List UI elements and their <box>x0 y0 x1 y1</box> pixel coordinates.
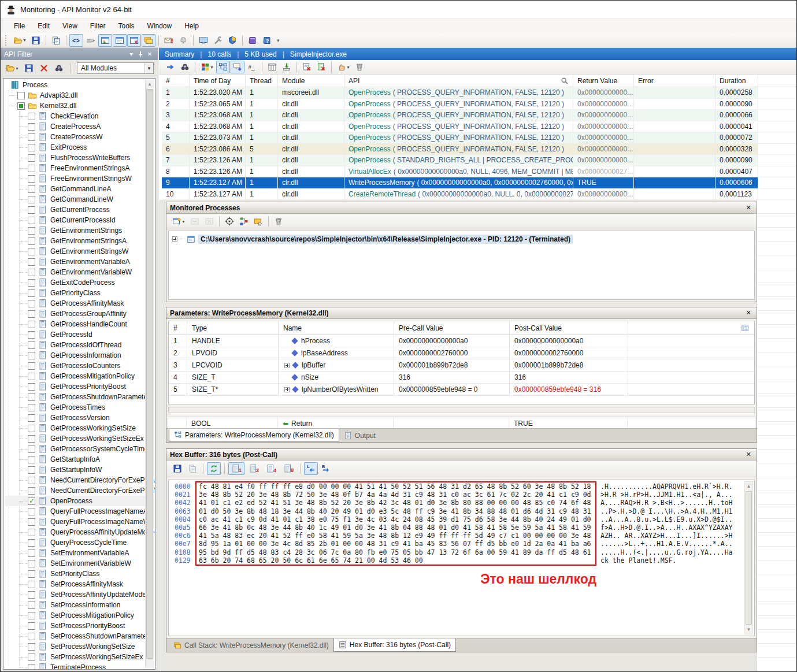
menu-view[interactable]: View <box>56 20 84 32</box>
checkbox-terminateprocess[interactable] <box>28 664 35 670</box>
col-header-num[interactable]: # <box>162 75 190 87</box>
copy-button[interactable] <box>49 34 63 47</box>
checkbox-needcurrentdirectoryforexepatha[interactable] <box>28 477 35 484</box>
checkbox-getprocesstimes[interactable] <box>28 404 35 411</box>
checkbox-getstartupinfoa[interactable] <box>28 456 35 463</box>
modules-filter-select[interactable]: All Modules ▼ <box>77 62 154 74</box>
col-header-time[interactable]: Time of Day <box>190 75 246 87</box>
call-row-8[interactable]: 81:52:23.126 AM1clr.dllVirtualAllocEx( 0… <box>162 166 796 178</box>
checkbox-queryprocesscycletime[interactable] <box>28 539 35 547</box>
attach-process-button[interactable] <box>84 34 98 47</box>
tree-item-getcurrentprocessid[interactable]: GetCurrentProcessId <box>5 215 145 225</box>
find-binoculars-button[interactable] <box>52 62 66 75</box>
refresh-button[interactable] <box>207 462 221 475</box>
checkbox-setprocessaffinityupdatemode[interactable] <box>28 591 35 599</box>
param-row-lpBaseAddress[interactable]: 2LPVOIDlpBaseAddress0x00000000027600000x… <box>169 347 754 359</box>
col-header-module[interactable]: Module <box>278 75 344 87</box>
checkbox-getprocessworkingsetsizeex[interactable] <box>28 435 35 443</box>
checkbox-setpriorityclass[interactable] <box>28 570 35 578</box>
summary-window-button[interactable] <box>113 34 127 47</box>
menu-edit[interactable]: Edit <box>31 20 56 32</box>
checkbox-getprocessorsystemcycletime[interactable] <box>28 445 35 453</box>
col-header-return[interactable]: Return Value <box>573 75 634 87</box>
param-row-lpBuffer[interactable]: 3LPCVOIDlpBuffer0x000001b899b72de80x0000… <box>169 359 754 372</box>
bytes-2-button[interactable]: 2 <box>246 462 262 475</box>
tree-item-setenvironmentvariablew[interactable]: SetEnvironmentVariableW <box>5 558 145 569</box>
tree-item-setpriorityclass[interactable]: SetPriorityClass <box>5 569 145 579</box>
bytes-4-button[interactable]: 4 <box>263 462 279 475</box>
checkbox-createprocessw[interactable] <box>28 133 35 141</box>
tree-item-createprocessw[interactable]: CreateProcessW <box>5 132 145 142</box>
param-row-lpNumberOfBytesWritten[interactable]: 5SIZE_T*lpNumberOfBytesWritten0x00000085… <box>169 384 754 396</box>
tree-item-queryfullprocessimagenamew[interactable]: QueryFullProcessImageNameW <box>5 517 145 527</box>
call-row-5[interactable]: 51:52:23.073 AM1clr.dllOpenProcess( PROC… <box>162 132 796 144</box>
menu-tools[interactable]: Tools <box>112 20 141 32</box>
checkbox-getprocessidofthread[interactable] <box>28 341 35 349</box>
call-row-9[interactable]: 91:52:23.127 AM1clr.dllWriteProcessMemor… <box>162 177 796 189</box>
tree-item-getprocessorsystemcycletime[interactable]: GetProcessorSystemCycleTime <box>5 444 145 454</box>
tree-item-getprocessid[interactable]: GetProcessId <box>5 329 145 340</box>
tree-item-getcurrentprocess[interactable]: GetCurrentProcess <box>5 205 145 215</box>
tree-item-getprocessidofthread[interactable]: GetProcessIdOfThread <box>5 340 145 350</box>
close-icon[interactable]: ✕ <box>744 309 753 318</box>
tree-item-checkelevation[interactable]: CheckElevation <box>5 111 145 121</box>
checkbox-getcommandlinea[interactable] <box>28 185 35 193</box>
checkbox-setprocessmitigationpolicy[interactable] <box>28 612 35 619</box>
tree-item-getprocessinformation[interactable]: GetProcessInformation <box>5 350 145 361</box>
delete-trash-button[interactable] <box>353 61 366 73</box>
checkbox-freeenvironmentstringsa[interactable] <box>28 165 35 172</box>
checkbox-setprocesspriorityboost[interactable] <box>28 622 35 630</box>
checkbox-kernel32.dll[interactable] <box>17 102 25 110</box>
tree-item-kernel32.dll[interactable]: Kernel32.dll <box>5 101 145 111</box>
capture-data-button[interactable] <box>280 61 294 73</box>
hex-row-00e7[interactable]: 00e78d 95 1a 01 00 00 3e 4c 8d 85 2b 01 … <box>169 540 754 548</box>
highlight-colors-button[interactable]: ▾ <box>198 61 216 73</box>
checkbox-getenvironmentstrings[interactable] <box>28 227 35 235</box>
checkbox-setprocessinformation[interactable] <box>28 602 35 609</box>
menu-help[interactable]: Help <box>178 20 205 32</box>
save-button[interactable] <box>170 462 184 475</box>
tree-item-getstartupinfow[interactable]: GetStartupInfoW <box>5 465 145 475</box>
delete-trash-button[interactable] <box>272 215 286 228</box>
hex-row-00c6[interactable]: 00c641 5a 48 83 ec 20 41 52 ff e0 58 41 … <box>169 532 754 540</box>
checkbox-getprocessiocounters[interactable] <box>28 362 35 370</box>
tree-item-needcurrentdirectoryforexepatha[interactable]: NeedCurrentDirectoryForExePathA <box>5 475 145 485</box>
copy-button[interactable] <box>186 462 199 475</box>
tree-item-freeenvironmentstringsa[interactable]: FreeEnvironmentStringsA <box>5 163 145 173</box>
alerts-off-button[interactable] <box>176 34 190 47</box>
checkbox-getstartupinfow[interactable] <box>28 466 35 474</box>
capture-window-button[interactable] <box>98 34 112 47</box>
checkbox-setprocessworkingsetsize[interactable] <box>28 643 35 651</box>
tree-item-createprocessa[interactable]: CreateProcessA <box>5 121 145 132</box>
param-col-pre[interactable]: Pre-Call Value <box>394 321 510 335</box>
tree-item-process[interactable]: Process <box>5 80 145 90</box>
target-scope-button[interactable] <box>223 215 236 228</box>
documentation-button[interactable] <box>246 34 260 47</box>
close-icon[interactable]: ✕ <box>145 50 154 59</box>
delete-red-x-button[interactable] <box>37 62 51 75</box>
tree-item-getcommandlinea[interactable]: GetCommandLineA <box>5 184 145 194</box>
pause-hand-button[interactable]: ▾ <box>335 61 352 73</box>
tree-item-needcurrentdirectoryforexepathw[interactable]: NeedCurrentDirectoryForExePathW <box>5 485 145 496</box>
call-row-7[interactable]: 71:52:23.126 AM1clr.dllOpenProcess( STAN… <box>162 155 796 166</box>
xml-view-button[interactable]: <> <box>69 34 83 47</box>
tree-item-getenvironmentstrings[interactable]: GetEnvironmentStrings <box>5 225 145 236</box>
properties-list-icon[interactable] <box>740 324 750 333</box>
param-col-num[interactable]: # <box>169 321 187 335</box>
param-row-nSize[interactable]: 4SIZE_TnSize316316 <box>169 372 754 384</box>
tree-item-setprocessaffinityupdatemode[interactable]: SetProcessAffinityUpdateMode <box>5 589 145 600</box>
open-file-button[interactable]: ▾ <box>3 62 21 75</box>
tree-item-getcommandlinew[interactable]: GetCommandLineW <box>5 194 145 205</box>
hex-row-0063[interactable]: 006301 d0 50 3e 8b 48 18 3e 44 8b 40 20 … <box>169 507 754 515</box>
tab-output-tab[interactable]: Output <box>339 429 380 442</box>
hex-row-0084[interactable]: 0084c0 ac 41 c1 c9 0d 41 01 c1 38 e0 75 … <box>169 515 754 524</box>
tree-item-getprocessgroupaffinity[interactable]: GetProcessGroupAffinity <box>5 309 145 319</box>
bytes-1-button[interactable]: 1 <box>228 462 244 475</box>
tree-item-setprocessworkingsetsize[interactable]: SetProcessWorkingSetSize <box>5 641 145 652</box>
tree-item-terminateprocess[interactable]: TerminateProcess <box>5 662 145 670</box>
bytes-8-button[interactable]: 8 <box>280 462 296 475</box>
expand-plus-icon[interactable] <box>284 363 290 368</box>
tree-item-setprocessmitigationpolicy[interactable]: SetProcessMitigationPolicy <box>5 610 145 621</box>
tree-item-queryprocessaffinityupdatemode[interactable]: QueryProcessAffinityUpdateMode <box>5 527 145 537</box>
tree-item-queryprocesscycletime[interactable]: QueryProcessCycleTime <box>5 537 145 548</box>
